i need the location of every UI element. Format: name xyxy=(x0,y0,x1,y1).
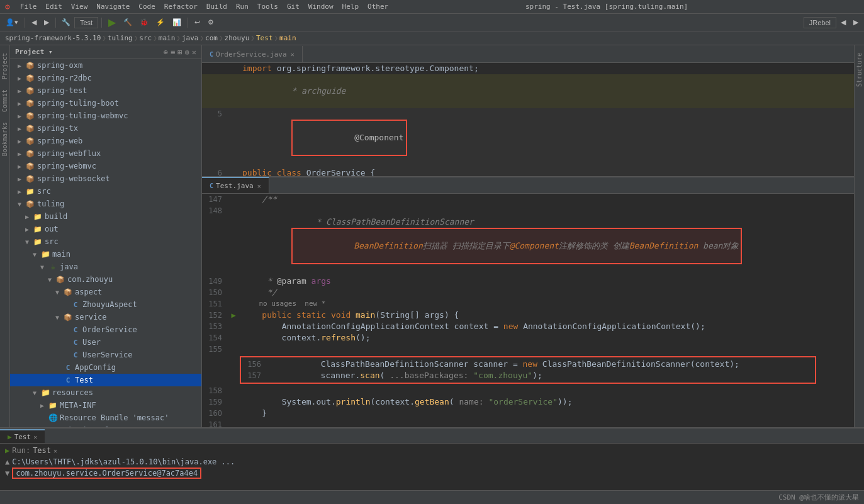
bookmarks-tab[interactable]: Bookmarks xyxy=(0,117,9,161)
run-result-text: com.zhouyu.service.OrderService@7ac7a4e4 xyxy=(16,469,198,478)
structure-tab[interactable]: Structure xyxy=(855,48,864,92)
upper-code-editor[interactable]: import org.springframework.stereotype.Co… xyxy=(202,63,854,176)
bottom-panel: ▶ Test ✕ ▶ Run: Test ✕ ▲ C:\Users\THTF\.… xyxy=(0,427,864,490)
tree-item-tuling[interactable]: ▼ 📦 tuling xyxy=(10,198,201,210)
tab-order-service[interactable]: C OrderService.java ✕ xyxy=(202,46,303,62)
sidebar-locate-icon[interactable]: ⊕ xyxy=(164,48,168,57)
tree-item-app-config[interactable]: C AppConfig xyxy=(10,361,201,374)
run-gutter-icon[interactable]: ▶ xyxy=(231,310,235,321)
coverage-btn[interactable]: ⚡ xyxy=(153,17,168,28)
sidebar-close-icon[interactable]: ✕ xyxy=(192,48,196,57)
tree-item-java[interactable]: ▼ ☕ java xyxy=(10,260,201,273)
menu-navigate[interactable]: Navigate xyxy=(93,1,133,12)
tab-test[interactable]: C Test.java ✕ xyxy=(202,177,269,193)
breadcrumb-item-8[interactable]: Test xyxy=(256,34,273,42)
tree-item-spring-tuling-boot[interactable]: ▶ 📦 spring-tuling-boot xyxy=(10,97,201,109)
run-up-icon[interactable]: ▲ xyxy=(5,457,9,466)
menu-code[interactable]: Code xyxy=(135,1,159,12)
run-result-box: com.zhouyu.service.OrderService@7ac7a4e4 xyxy=(12,468,201,479)
status-bar: CSDN @啥也不懂的派大星 xyxy=(0,490,864,504)
breadcrumb-item-3[interactable]: src xyxy=(139,34,152,42)
tree-item-spring-tx[interactable]: ▶ 📦 spring-tx xyxy=(10,122,201,135)
tree-item-spring-r2dbc[interactable]: ▶ 📦 spring-r2dbc xyxy=(10,72,201,84)
tree-item-user-service[interactable]: C UserService xyxy=(10,349,201,361)
debug-btn[interactable]: 🐞 xyxy=(137,17,152,28)
update-btn[interactable]: ↩ xyxy=(191,17,203,28)
breadcrumb-item-7[interactable]: zhouyu xyxy=(225,34,250,42)
forward-btn[interactable]: ▶ xyxy=(41,17,52,28)
tab-close-order-service[interactable]: ✕ xyxy=(291,51,295,58)
tree-item-meta-inf[interactable]: ▶ 📁 META-INF xyxy=(10,399,201,412)
tree-item-zhouyu-aspect[interactable]: C ZhouyuAspect xyxy=(10,298,201,311)
tree-item-main[interactable]: ▼ 📁 main xyxy=(10,248,201,260)
nav-left[interactable]: ◀ xyxy=(838,17,849,28)
order-service-tab-icon: C xyxy=(210,51,213,58)
tree-item-spring-webmvc[interactable]: ▶ 📦 spring-webmvc xyxy=(10,160,201,172)
tree-item-spring-web[interactable]: ▶ 📦 spring-web xyxy=(10,135,201,147)
sidebar-collapse-icon[interactable]: ≡ xyxy=(171,48,175,57)
tree-item-spring-webflux[interactable]: ▶ 📦 spring-webflux xyxy=(10,147,201,160)
run-down-icon[interactable]: ▼ xyxy=(5,469,9,478)
menu-file[interactable]: File xyxy=(16,1,41,12)
menu-run[interactable]: Run xyxy=(232,1,252,12)
build-btn[interactable]: 🔨 xyxy=(120,17,135,28)
toolbar-sep-1 xyxy=(25,18,25,28)
run-button[interactable]: ▶ xyxy=(105,15,119,30)
tree-item-src2[interactable]: ▼ 📁 src xyxy=(10,235,201,248)
account-btn[interactable]: 👤▾ xyxy=(3,17,21,28)
tree-item-spring-test[interactable]: ▶ 📦 spring-test xyxy=(10,84,201,97)
tree-item-build[interactable]: ▶ 📁 build xyxy=(10,210,201,223)
back-btn[interactable]: ◀ xyxy=(28,17,40,28)
tree-item-com-zhouyu[interactable]: ▼ 📦 com.zhouyu xyxy=(10,273,201,286)
breadcrumb-item-5[interactable]: java xyxy=(182,34,199,42)
menu-build[interactable]: Build xyxy=(203,1,231,12)
tree-item-test[interactable]: C Test xyxy=(10,374,201,386)
lower-code-editor[interactable]: 147 /** 148 * ClassPathBeanDefinitionSca… xyxy=(202,194,854,427)
window-title: spring - Test.java [spring.tuling.main] xyxy=(525,3,688,11)
tab-close-test[interactable]: ✕ xyxy=(257,182,261,189)
code-line-160: 160 } xyxy=(202,408,854,419)
tree-item-resource-bundle[interactable]: 🌐 Resource Bundle 'messac' xyxy=(10,412,201,424)
menu-other[interactable]: Other xyxy=(364,1,392,12)
menu-window[interactable]: Window xyxy=(305,1,337,12)
tree-item-spring-oxm[interactable]: ▶ 📦 spring-oxm xyxy=(10,59,201,72)
sidebar-title: Project ▾ xyxy=(15,48,53,56)
menu-edit[interactable]: Edit xyxy=(42,1,66,12)
settings-btn[interactable]: ⚙ xyxy=(205,17,217,28)
breadcrumb-item-9[interactable]: main xyxy=(279,34,296,42)
lower-tab-bar: C Test.java ✕ xyxy=(202,176,854,194)
menu-bar[interactable]: ⚙ File Edit View Navigate Code Refactor … xyxy=(5,1,392,12)
breadcrumb: spring-framework-5.3.10 ❯ tuling ❯ src ❯… xyxy=(0,31,864,45)
tree-item-order-service[interactable]: C OrderService xyxy=(10,323,201,336)
menu-tools[interactable]: Tools xyxy=(254,1,282,12)
menu-refactor[interactable]: Refactor xyxy=(160,1,201,12)
tree-item-aspect[interactable]: ▼ 📦 aspect xyxy=(10,286,201,298)
sidebar-settings-icon[interactable]: ⚙ xyxy=(185,48,189,57)
main-toolbar: 👤▾ ◀ ▶ 🔧 Test ▶ 🔨 🐞 ⚡ 📊 ↩ ⚙ JRebel ◀ ▶ xyxy=(0,14,864,31)
breadcrumb-item-4[interactable]: main xyxy=(159,34,176,42)
run-tab-close[interactable]: ✕ xyxy=(33,434,37,440)
breadcrumb-item-1[interactable]: spring-framework-5.3.10 xyxy=(5,34,101,42)
menu-git[interactable]: Git xyxy=(283,1,303,12)
sidebar-expand-icon[interactable]: ⊞ xyxy=(177,48,182,57)
profile-btn[interactable]: 📊 xyxy=(169,17,184,28)
breadcrumb-item-6[interactable]: com xyxy=(205,34,218,42)
run-tab[interactable]: ▶ Test ✕ xyxy=(0,429,45,443)
tree-item-out[interactable]: ▶ 📁 out xyxy=(10,223,201,235)
commit-tab[interactable]: Commit xyxy=(0,84,9,117)
menu-help[interactable]: Help xyxy=(339,1,363,12)
tree-item-resources[interactable]: ▼ 📁 resources xyxy=(10,386,201,399)
tree-item-user[interactable]: C User xyxy=(10,336,201,349)
project-tab[interactable]: Project xyxy=(0,48,9,84)
breadcrumb-item-2[interactable]: tuling xyxy=(108,34,133,42)
run-output: ▶ Run: Test ✕ ▲ C:\Users\THTF\.jdks\azul… xyxy=(0,444,864,490)
tree-item-spring-websocket[interactable]: ▶ 📦 spring-websocket xyxy=(10,172,201,185)
tree-item-service[interactable]: ▼ 📦 service xyxy=(10,311,201,323)
menu-view[interactable]: View xyxy=(67,1,92,12)
tree-item-src[interactable]: ▶ 📁 src xyxy=(10,185,201,198)
jrebel-btn[interactable]: JRebel xyxy=(804,17,836,28)
run-config-selector[interactable]: Test xyxy=(74,17,98,28)
nav-right[interactable]: ▶ xyxy=(850,17,861,28)
tree-item-mybatis[interactable]: ⚙ mybatis.xml xyxy=(10,424,201,427)
tree-item-spring-tuling-webmvc[interactable]: ▶ 📦 spring-tuling-webmvc xyxy=(10,109,201,122)
